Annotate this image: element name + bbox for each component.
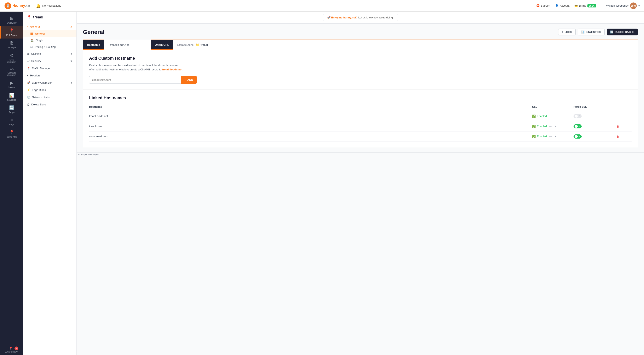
logs-btn-icon: ≡ <box>562 30 564 33</box>
sidebar-item-purge[interactable]: 🔄 Purge <box>0 103 23 116</box>
sidebar-bottom: 10 🚩 What's new? <box>0 345 23 355</box>
add-hostname-button[interactable]: + ADD <box>181 76 197 84</box>
whats-new[interactable]: 10 🚩 What's new? <box>0 345 23 355</box>
statistics-icon: 📊 <box>9 93 14 98</box>
account-link[interactable]: 👤 Account <box>555 4 570 7</box>
whats-new-label: What's new? <box>5 351 18 353</box>
logo[interactable]: 🐰 ·bunny.net <box>4 2 30 9</box>
billing-link[interactable]: 💳 Billing $6.96 <box>574 4 596 7</box>
caching-icon: ▦ <box>27 52 30 55</box>
section-header-bunny-optimizer[interactable]: 🚀 Bunny Optimizer ∨ <box>23 79 76 86</box>
notification-area[interactable]: 🔔 No Notifications <box>36 3 61 8</box>
sidebar-item-traffic-map[interactable]: 📍 Traffic Map <box>0 128 23 140</box>
storage-zone-value: 📁 treadl <box>195 43 208 47</box>
custom-hostname-desc: Custom hostnames can be used instead of … <box>89 63 632 72</box>
tab-bar: Hostname Origin URL Storage Zone 📁 tread… <box>83 39 638 50</box>
row2-actions: 🗑 <box>615 125 632 128</box>
sidebar-item-stream[interactable]: ▶ Stream <box>0 78 23 91</box>
section-header-edge-rules[interactable]: ⚡ Edge Rules <box>23 86 76 94</box>
sidebar-label-dns: DNS(Preview) <box>7 59 16 63</box>
row3-force-ssl: ✓ <box>574 134 615 139</box>
row3-close-icon[interactable]: ✕ <box>554 135 557 138</box>
page-title: General <box>83 29 104 35</box>
row3-hostname: www.treadl.com <box>89 135 532 138</box>
general-subitems: ▦ General 🏠 Origin ◎ Pricing & Routing <box>23 30 76 50</box>
sidebar-item-statistics[interactable]: 📊 Statistics <box>0 91 23 103</box>
nav-item-general-label: General <box>35 32 45 35</box>
nav-right: 🛟 Support 👤 Account 💳 Billing $6.96 Will… <box>536 2 640 9</box>
stream-icon: ▶ <box>10 80 13 85</box>
general-section-icon: ≡ <box>27 25 28 28</box>
new-hostname-input[interactable] <box>89 76 181 84</box>
col-hostname: Hostname <box>89 105 532 108</box>
row3-force-ssl-toggle[interactable]: ✓ <box>574 134 582 139</box>
row2-force-ssl-toggle[interactable]: ✓ <box>574 124 582 128</box>
row3-delete-icon[interactable]: 🗑 <box>616 135 619 138</box>
logs-button[interactable]: ≡ LOGS <box>558 28 576 35</box>
overview-icon: ⊞ <box>10 16 14 21</box>
purge-cache-button[interactable]: 🔄 PURGE CACHE <box>607 28 638 35</box>
linked-hostnames-section: Linked Hostnames Hostname SSL Force SSL … <box>83 89 638 147</box>
section-header-delete-zone[interactable]: 🗑 Delete Zone <box>23 101 76 108</box>
nav-item-pricing-routing[interactable]: ◎ Pricing & Routing <box>23 43 76 50</box>
row2-hostname: treadl.com <box>89 125 532 128</box>
bell-icon: 🔔 <box>36 3 40 8</box>
network-limits-icon: 🕐 <box>27 96 30 99</box>
row1-ssl-label: Enabled <box>537 114 547 118</box>
sidebar-item-overview[interactable]: ⊞ Overview <box>0 14 23 26</box>
ssl-check-icon: ✅ <box>532 135 536 138</box>
chevron-down-icon: ∨ <box>70 52 72 55</box>
section-header-security[interactable]: 🛡 Security ∨ <box>23 57 76 65</box>
toggle-dot <box>575 135 578 138</box>
security-label: Security <box>31 59 41 62</box>
sidebar-item-compute[interactable]: </> Compute(Preview) <box>0 65 23 78</box>
sidebar-item-dns[interactable]: ⚙ DNS(Preview) <box>0 51 23 65</box>
zone-pin-icon: 📍 <box>27 15 32 19</box>
network-limits-label: Network Limits <box>32 96 50 99</box>
ssl-check-icon: ✅ <box>532 114 536 118</box>
section-header-caching[interactable]: ▦ Caching ∨ <box>23 50 76 57</box>
delete-zone-label: Delete Zone <box>31 103 46 106</box>
row2-edit-icon[interactable]: ✏ <box>549 125 552 128</box>
table-row: treadl.com ✅ Enabled ✏ ✕ ✓ 🗑 <box>89 121 632 131</box>
nav-item-general[interactable]: ▦ General <box>23 30 76 37</box>
sidebar-label-storage: Storage <box>8 46 16 49</box>
support-link[interactable]: 🛟 Support <box>536 4 550 7</box>
statistics-button[interactable]: 📊 STATISTICS <box>578 28 605 35</box>
sidebar-item-logs[interactable]: ≡ Logs <box>0 116 23 128</box>
sidebar-label-stream: Stream <box>8 86 15 89</box>
row1-force-ssl-toggle[interactable]: ✕ <box>574 114 582 118</box>
row3-edit-icon[interactable]: ✏ <box>549 135 552 138</box>
billing-amount: $6.96 <box>588 4 596 7</box>
banner-inner[interactable]: 🚀 Enjoying bunny.net? Let us know how we… <box>323 14 398 21</box>
hostname-tab[interactable]: Hostname <box>83 40 104 49</box>
row3-actions: 🗑 <box>615 135 632 138</box>
pull-zones-icon: 📍 <box>9 28 14 33</box>
sidebar-item-pull-zones[interactable]: 📍 Pull Zones <box>0 26 23 38</box>
hostname-input[interactable] <box>108 42 146 47</box>
section-header-headers[interactable]: ≡ Headers <box>23 72 76 79</box>
sidebar-section-traffic-manager: 📍 Traffic Manager <box>23 65 76 72</box>
grid-icon: ▦ <box>30 32 33 35</box>
general-section-label: General <box>30 25 40 28</box>
row2-delete-icon[interactable]: 🗑 <box>616 125 619 128</box>
row2-close-icon[interactable]: ✕ <box>554 125 557 128</box>
origin-url-tab[interactable]: Origin URL <box>151 40 173 49</box>
dns-icon: ⚙ <box>10 53 14 58</box>
user-area[interactable]: William Webberley WW ▾ <box>606 2 640 9</box>
storage-zone-label: Storage Zone <box>177 43 194 46</box>
statistics-btn-icon: 📊 <box>581 30 584 33</box>
section-header-network-limits[interactable]: 🕐 Network Limits <box>23 94 76 101</box>
username: William Webberley <box>606 4 628 7</box>
cname-link[interactable]: treadl.b-cdn.net <box>162 68 182 71</box>
sidebar-item-storage[interactable]: 🗄 Storage <box>0 38 23 51</box>
nav-item-pricing-label: Pricing & Routing <box>35 45 56 48</box>
storage-zone-cell: Storage Zone 📁 treadl <box>173 40 638 50</box>
table-row: www.treadl.com ✅ Enabled ✏ ✕ ✓ <box>89 131 632 142</box>
optimizer-label: Bunny Optimizer <box>32 81 52 84</box>
section-header-general[interactable]: ≡ General ∧ <box>23 23 76 30</box>
section-header-traffic-manager[interactable]: 📍 Traffic Manager <box>23 65 76 72</box>
url-bar-text: https://panel.bunny.net <box>78 153 99 156</box>
nav-item-origin[interactable]: 🏠 Origin <box>23 37 76 43</box>
row1-force-ssl: ✕ <box>574 114 615 118</box>
